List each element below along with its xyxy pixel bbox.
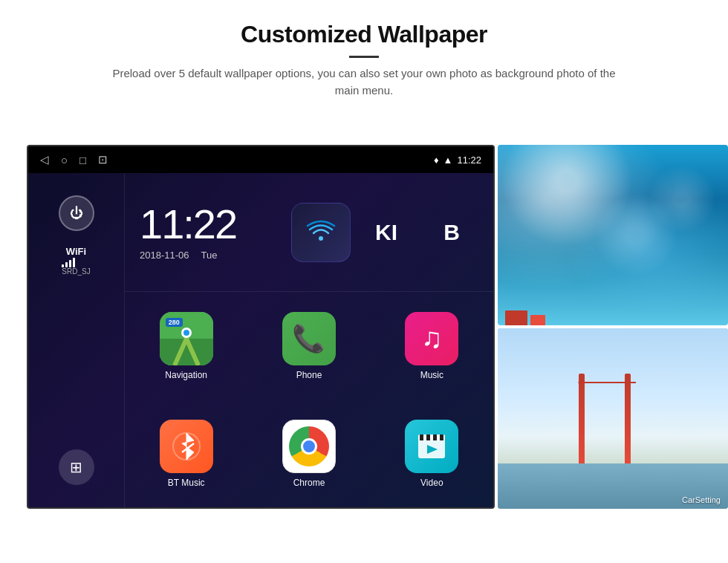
chrome-inner-circle bbox=[301, 438, 317, 455]
nav-app-inner: 280 bbox=[160, 312, 213, 365]
svg-rect-8 bbox=[420, 435, 423, 440]
bt-icon-box bbox=[160, 420, 213, 473]
device-frame: ◁ ○ □ ⊡ ♦ ▲ 11:22 ⏻ WiFi bbox=[27, 145, 495, 509]
wifi-label: WiFi bbox=[62, 246, 90, 257]
carsetting-label: CarSetting bbox=[682, 495, 721, 504]
device-content: ⏻ WiFi SRD_SJ ⊞ bbox=[28, 173, 493, 507]
app-grid: 280 Navigation 📞 Phone bbox=[125, 292, 493, 507]
chrome-outer-ring bbox=[289, 426, 329, 466]
wifi-ssid: SRD_SJ bbox=[62, 267, 90, 276]
navigation-icon: 280 bbox=[160, 312, 213, 365]
nav-badge: 280 bbox=[166, 318, 183, 327]
phone-icon-symbol: 📞 bbox=[292, 323, 325, 354]
location-icon: ♦ bbox=[434, 154, 439, 166]
top-icons-row: KI B bbox=[279, 173, 493, 291]
device-screen: ◁ ○ □ ⊡ ♦ ▲ 11:22 ⏻ WiFi bbox=[27, 145, 495, 509]
app-cell-phone[interactable]: 📞 Phone bbox=[247, 292, 370, 400]
status-bar-info: ♦ ▲ 11:22 bbox=[434, 154, 481, 166]
bridge-scene bbox=[498, 328, 728, 509]
clock-day-value: Tue bbox=[201, 250, 218, 261]
bt-svg bbox=[170, 430, 203, 463]
building2 bbox=[530, 315, 545, 325]
wallpaper-panel: CarSetting bbox=[498, 145, 728, 509]
clock-time: 11:22 bbox=[140, 204, 264, 245]
svg-rect-10 bbox=[433, 435, 437, 440]
bar4 bbox=[73, 258, 75, 267]
sidebar: ⏻ WiFi SRD_SJ ⊞ bbox=[28, 173, 125, 507]
wallpaper-thumb-bridge[interactable]: CarSetting bbox=[498, 328, 728, 509]
page-header: Customized Wallpaper Preload over 5 defa… bbox=[0, 0, 728, 111]
wifi-icon: ▲ bbox=[443, 154, 453, 166]
k-label: KI bbox=[375, 220, 397, 245]
back-icon[interactable]: ◁ bbox=[40, 153, 49, 166]
status-time: 11:22 bbox=[457, 154, 481, 166]
app-cell-video[interactable]: Video bbox=[371, 400, 493, 507]
status-bar-nav: ◁ ○ □ ⊡ bbox=[40, 153, 108, 166]
b-label: B bbox=[443, 220, 460, 245]
navigation-label: Navigation bbox=[165, 370, 207, 380]
apps-button[interactable]: ⊞ bbox=[59, 449, 94, 485]
video-label: Video bbox=[420, 478, 443, 488]
bar3 bbox=[69, 260, 71, 267]
page-title: Customized Wallpaper bbox=[30, 21, 698, 48]
clock-date-value: 2018-11-06 bbox=[140, 250, 189, 261]
svg-point-4 bbox=[183, 330, 189, 336]
page-subtitle: Preload over 5 default wallpaper options… bbox=[104, 65, 624, 99]
sidebar-top: ⏻ WiFi SRD_SJ bbox=[59, 195, 94, 276]
signal-bars bbox=[62, 257, 90, 267]
svg-rect-11 bbox=[440, 435, 443, 440]
phone-label: Phone bbox=[296, 370, 322, 380]
video-icon-box bbox=[405, 420, 458, 473]
clock-section: 11:22 2018-11-06 Tue bbox=[125, 173, 279, 291]
music-icon-box: ♫ bbox=[405, 312, 458, 365]
b-app-icon[interactable]: B bbox=[422, 203, 481, 262]
title-divider bbox=[349, 56, 379, 58]
app-cell-music[interactable]: ♫ Music bbox=[371, 292, 493, 400]
status-bar: ◁ ○ □ ⊡ ♦ ▲ 11:22 bbox=[28, 146, 493, 173]
screenshot-icon[interactable]: ⊡ bbox=[98, 153, 108, 166]
ice-bottom bbox=[498, 262, 728, 325]
music-label: Music bbox=[420, 370, 443, 380]
signal-svg bbox=[306, 218, 336, 247]
bt-music-label: BT Music bbox=[168, 478, 205, 488]
bar2 bbox=[65, 262, 68, 267]
app-cell-chrome[interactable]: Chrome bbox=[247, 400, 370, 507]
main-area: 11:22 2018-11-06 Tue bbox=[125, 173, 493, 507]
music-icon-symbol: ♫ bbox=[421, 322, 443, 354]
clock-date: 2018-11-06 Tue bbox=[140, 250, 264, 261]
phone-icon-box: 📞 bbox=[282, 312, 336, 365]
wifi-info: WiFi SRD_SJ bbox=[62, 246, 90, 276]
home-icon[interactable]: ○ bbox=[61, 154, 68, 166]
svg-rect-9 bbox=[426, 435, 430, 440]
video-svg bbox=[414, 429, 449, 464]
svg-point-0 bbox=[319, 236, 323, 241]
app-cell-bt-music[interactable]: BT Music bbox=[125, 400, 247, 507]
chrome-label: Chrome bbox=[293, 478, 325, 488]
power-button[interactable]: ⏻ bbox=[59, 195, 94, 231]
k-app-icon[interactable]: KI bbox=[357, 203, 416, 262]
building1 bbox=[505, 310, 527, 325]
top-row: 11:22 2018-11-06 Tue bbox=[125, 173, 493, 292]
recents-icon[interactable]: □ bbox=[79, 154, 86, 166]
signal-app-icon[interactable] bbox=[291, 203, 351, 262]
app-cell-navigation[interactable]: 280 Navigation bbox=[125, 292, 247, 400]
chrome-icon-box bbox=[282, 420, 336, 473]
wallpaper-thumb-ice[interactable] bbox=[498, 145, 728, 325]
